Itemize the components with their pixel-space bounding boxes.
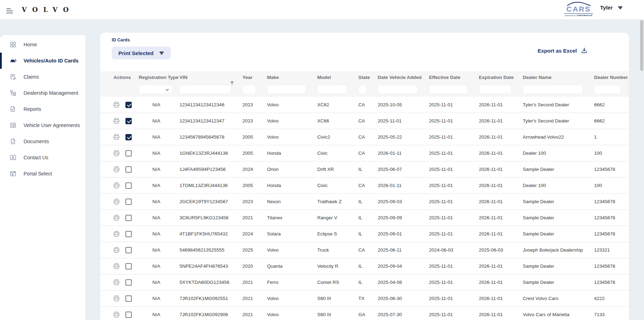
print-icon[interactable] bbox=[113, 117, 120, 125]
cell-dealer-number: 6662 bbox=[591, 118, 629, 124]
cell-effective-date: 2025-11-01 bbox=[426, 118, 476, 124]
table-row[interactable]: N/A4T1BF1FK5HU7654322024SolaraEclipse SI… bbox=[100, 226, 629, 242]
print-icon[interactable] bbox=[113, 279, 120, 286]
cell-model: XC66 bbox=[314, 118, 356, 124]
table-row[interactable]: N/A546984562135255552025VolvoTruckCA2025… bbox=[100, 242, 629, 258]
row-checkbox[interactable] bbox=[125, 247, 132, 253]
filter-year[interactable] bbox=[242, 85, 256, 94]
column-header-dealer-number[interactable]: Dealer Number bbox=[591, 71, 629, 80]
filter-dealer-number[interactable] bbox=[594, 85, 620, 94]
row-checkbox[interactable] bbox=[125, 231, 132, 237]
filter-state[interactable] bbox=[358, 85, 366, 94]
print-icon[interactable] bbox=[113, 262, 120, 270]
row-checkbox[interactable] bbox=[125, 312, 132, 318]
table-row[interactable]: N/A1J4FA49S94P1234562024OrionDrift XRIL2… bbox=[100, 161, 629, 178]
row-checkbox[interactable] bbox=[125, 118, 132, 124]
column-header-actions[interactable]: Actions bbox=[100, 71, 136, 80]
cell-effective-date: 2024-06-03 bbox=[426, 247, 476, 253]
sidebar-item-home[interactable]: Home bbox=[0, 36, 85, 53]
cell-model: Trailhawk Z bbox=[314, 199, 356, 204]
table-row[interactable]: N/A123456789456456782005VolvoCivic2CA202… bbox=[100, 129, 629, 145]
print-icon[interactable] bbox=[113, 133, 120, 141]
sidebar-item-contact-us[interactable]: Contact Us bbox=[0, 149, 85, 166]
sidebar-item-reports[interactable]: Reports bbox=[0, 101, 85, 117]
row-checkbox[interactable] bbox=[125, 263, 132, 269]
filter-registration-type[interactable] bbox=[139, 85, 173, 94]
row-checkbox[interactable] bbox=[125, 102, 132, 108]
column-header-state[interactable]: State bbox=[356, 71, 375, 80]
table-row[interactable]: N/A5XYKTDA60DG1234562021FerroComet RSIL2… bbox=[100, 274, 629, 291]
filter-date-vehicle-added[interactable] bbox=[378, 85, 418, 94]
cell-vin: 54698456213525555 bbox=[177, 247, 240, 253]
column-header-year[interactable]: Year bbox=[240, 71, 264, 80]
cell-expiration-date: 2026-11-01 bbox=[476, 280, 520, 285]
cell-make: Volvo bbox=[264, 312, 314, 317]
print-icon[interactable] bbox=[113, 295, 120, 302]
filter-vin[interactable] bbox=[180, 85, 231, 94]
sidebar-item-claims[interactable]: Claims bbox=[0, 69, 85, 85]
filter-model[interactable] bbox=[317, 85, 347, 94]
row-checkbox[interactable] bbox=[125, 134, 132, 140]
table-row[interactable]: N/A123412341234123462023VolvoXC62CA2025-… bbox=[100, 97, 629, 113]
chevron-down-icon bbox=[165, 88, 169, 92]
column-header-registration-type[interactable]: Registration Type bbox=[136, 71, 177, 80]
menu-icon[interactable] bbox=[6, 8, 13, 14]
table-row[interactable]: N/A2GCEK19T9Y12345672023NexonTrailhawk Z… bbox=[100, 194, 629, 210]
cell-dealer-name: Arrowhead Volvo22 bbox=[520, 134, 591, 140]
print-icon[interactable] bbox=[113, 166, 120, 173]
sidebar-item-documents[interactable]: Documents bbox=[0, 133, 85, 149]
cell-year: 2023 bbox=[240, 102, 264, 107]
row-checkbox[interactable] bbox=[125, 199, 132, 205]
export-as-excel-button[interactable]: Export as Excel bbox=[538, 47, 588, 54]
table-row[interactable]: N/A1GNEK13Z3RJ4441362005HondaCivicCA2026… bbox=[100, 145, 629, 161]
column-header-expiration-date[interactable]: Expiration Date bbox=[476, 71, 520, 80]
row-checkbox[interactable] bbox=[125, 295, 132, 302]
cell-model: Civic2 bbox=[314, 134, 356, 140]
column-header-effective-date[interactable]: Effective Date bbox=[426, 71, 476, 80]
print-icon[interactable] bbox=[113, 149, 120, 157]
vertical-scrollbar[interactable] bbox=[640, 20, 643, 71]
filter-effective-date[interactable] bbox=[429, 85, 468, 94]
cell-year: 2005 bbox=[240, 151, 264, 156]
table-row[interactable]: N/A5NPE24AF4FH8765432020QuantaVelocity R… bbox=[100, 258, 629, 274]
column-header-make[interactable]: Make bbox=[264, 71, 314, 80]
column-header-model[interactable]: Model bbox=[314, 71, 356, 80]
filter-expiration-date[interactable] bbox=[479, 85, 512, 94]
filter-make[interactable] bbox=[267, 85, 306, 94]
print-icon[interactable] bbox=[113, 101, 120, 108]
cell-vin: 3C6UR5FL9KG123456 bbox=[177, 215, 240, 220]
sidebar-item-vehicles-auto-id-cards[interactable]: Vehicles/Auto ID Cards bbox=[0, 53, 85, 69]
table-row[interactable]: N/A1TOML13Z3RJ4441362005HondaCivicCA2026… bbox=[100, 178, 629, 194]
cell-effective-date: 2025-11-01 bbox=[426, 231, 476, 236]
cell-model: Civic bbox=[314, 183, 356, 188]
print-icon[interactable] bbox=[113, 198, 120, 205]
table-row[interactable]: N/A7JR102FK1MG0929062021VolvoS60 IIIGA20… bbox=[100, 307, 629, 320]
row-checkbox[interactable] bbox=[125, 166, 132, 173]
column-header-vin[interactable]: VIN bbox=[177, 71, 240, 80]
print-icon[interactable] bbox=[113, 182, 120, 189]
column-header-dealer-name[interactable]: Dealer Name bbox=[520, 71, 591, 80]
row-checkbox[interactable] bbox=[125, 182, 132, 189]
print-selected-button[interactable]: Print Selected bbox=[112, 47, 171, 59]
user-menu[interactable]: Tyler bbox=[600, 5, 623, 11]
sidebar-item-vehicle-user-agreements[interactable]: Vehicle User Agreements bbox=[0, 117, 85, 133]
cell-dealer-number: 7133 bbox=[591, 312, 629, 317]
sidebar-item-portal-select[interactable]: Portal Select bbox=[0, 166, 85, 182]
print-icon[interactable] bbox=[113, 311, 120, 318]
cell-dealer-number: 12345678 bbox=[591, 199, 629, 204]
table-row[interactable]: N/A123412341234123472023VolvoXC66CA2025-… bbox=[100, 113, 629, 129]
column-header-date-vehicle-added[interactable]: Date Vehicle Added bbox=[375, 71, 426, 80]
sidebar-item-dealership-management[interactable]: Dealership Management bbox=[0, 85, 85, 101]
print-icon[interactable] bbox=[113, 246, 120, 254]
row-checkbox[interactable] bbox=[125, 150, 132, 156]
row-checkbox[interactable] bbox=[125, 215, 132, 221]
filter-dealer-name[interactable] bbox=[523, 85, 583, 94]
cell-expiration-date: 2026-11-01 bbox=[476, 312, 520, 317]
cell-make: Volvo bbox=[264, 134, 314, 140]
table-row[interactable]: N/A3C6UR5FL9KG1234562021TitanexRanger VI… bbox=[100, 210, 629, 226]
row-checkbox[interactable] bbox=[125, 279, 132, 286]
print-icon[interactable] bbox=[113, 214, 120, 221]
table-row[interactable]: N/A7JR102FK1MG0925512021VolvoS60 IIITX20… bbox=[100, 291, 629, 307]
print-icon[interactable] bbox=[113, 230, 120, 238]
cell-state: IL bbox=[356, 231, 375, 236]
